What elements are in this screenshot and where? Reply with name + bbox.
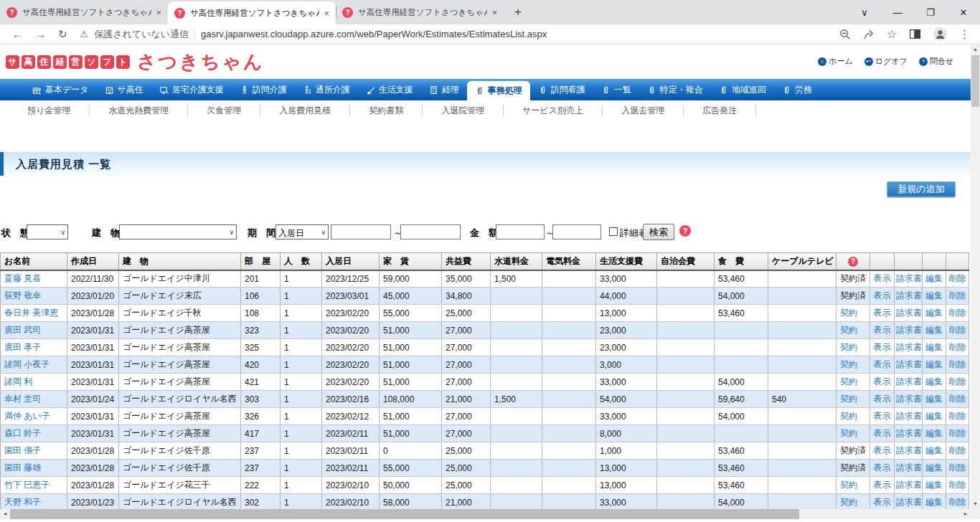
edit-link[interactable]: 編集: [925, 411, 943, 421]
resident-name-link[interactable]: 春日井 美津恵: [4, 308, 58, 318]
side-panel-icon[interactable]: [909, 29, 921, 39]
invoice-link[interactable]: 請求書: [896, 273, 922, 283]
invoice-link[interactable]: 請求書: [896, 497, 922, 507]
resident-name-link[interactable]: 幸村 圭司: [4, 394, 41, 404]
resident-name-link[interactable]: 天野 和子: [4, 497, 41, 507]
delete-link[interactable]: 削除: [949, 394, 966, 404]
address-bar[interactable]: ⚠ 保護されていない通信 gasrv.japanwest.cloudapp.az…: [80, 28, 547, 41]
subnav-item-契約書類[interactable]: 契約書類: [350, 105, 423, 116]
new-tab-button[interactable]: +: [508, 2, 528, 22]
nav-item-特定・複合[interactable]: 特定・複合: [639, 79, 711, 100]
subnav-item-預り金管理[interactable]: 預り金管理: [9, 105, 90, 116]
share-icon[interactable]: [863, 29, 875, 40]
show-link[interactable]: 表示: [874, 342, 891, 352]
period-to-input[interactable]: [400, 224, 461, 239]
invoice-link[interactable]: 請求書: [896, 462, 922, 473]
show-link[interactable]: 表示: [874, 480, 891, 490]
invoice-link[interactable]: 請求書: [896, 308, 922, 318]
edit-link[interactable]: 編集: [925, 273, 943, 283]
delete-link[interactable]: 削除: [949, 273, 966, 283]
vertical-scrollbar[interactable]: ▲ ▼: [971, 44, 980, 509]
invoice-link[interactable]: 請求書: [896, 376, 922, 386]
add-new-button[interactable]: 新規の追加: [887, 181, 956, 197]
invoice-link[interactable]: 請求書: [896, 480, 922, 490]
home-link[interactable]: ⌂ホーム: [818, 56, 853, 67]
resident-name-link[interactable]: 廣田 孝子: [4, 342, 41, 352]
edit-link[interactable]: 編集: [925, 462, 943, 473]
edit-link[interactable]: 編集: [925, 325, 943, 335]
vertical-scroll-thumb[interactable]: [971, 55, 979, 107]
edit-link[interactable]: 編集: [925, 290, 943, 300]
resident-name-link[interactable]: 諸岡 利: [4, 376, 32, 386]
status-select[interactable]: ∨: [27, 224, 68, 239]
contract-link[interactable]: 契約: [840, 480, 857, 490]
resident-name-link[interactable]: 満仲 あい子: [4, 411, 50, 421]
restore-icon[interactable]: ❐: [914, 0, 947, 24]
profile-avatar-icon[interactable]: [933, 27, 947, 41]
contract-link[interactable]: 契約: [840, 394, 857, 404]
edit-link[interactable]: 編集: [925, 342, 943, 352]
invoice-link[interactable]: 請求書: [896, 290, 922, 300]
show-link[interactable]: 表示: [874, 428, 891, 438]
delete-link[interactable]: 削除: [949, 497, 966, 507]
period-type-select[interactable]: 入居日∨: [275, 224, 329, 239]
show-link[interactable]: 表示: [874, 308, 891, 318]
nav-item-基本データ[interactable]: 基本データ: [24, 79, 97, 100]
subnav-item-広告発注[interactable]: 広告発注: [684, 105, 756, 116]
delete-link[interactable]: 削除: [949, 308, 966, 318]
show-link[interactable]: 表示: [874, 273, 891, 283]
edit-link[interactable]: 編集: [925, 376, 943, 386]
scroll-down-icon[interactable]: ▼: [971, 499, 980, 509]
search-help-icon[interactable]: ?: [679, 225, 691, 237]
not-secure-warning-icon[interactable]: ⚠: [80, 29, 89, 39]
inquiry-link[interactable]: ?問合せ: [919, 56, 953, 67]
subnav-item-欠食管理[interactable]: 欠食管理: [188, 105, 260, 116]
delete-link[interactable]: 削除: [949, 376, 966, 386]
edit-link[interactable]: 編集: [925, 394, 943, 404]
contract-link[interactable]: 契約: [840, 411, 857, 421]
resident-name-link[interactable]: 森口 鈴子: [4, 428, 41, 438]
show-link[interactable]: 表示: [874, 411, 891, 421]
detail-checkbox[interactable]: [609, 227, 618, 236]
show-link[interactable]: 表示: [874, 462, 891, 473]
show-link[interactable]: 表示: [874, 359, 891, 369]
show-link[interactable]: 表示: [874, 325, 891, 335]
delete-link[interactable]: 削除: [949, 411, 966, 421]
show-link[interactable]: 表示: [874, 497, 891, 507]
invoice-link[interactable]: 請求書: [896, 342, 922, 352]
logoff-link[interactable]: ↩ログオフ: [864, 56, 908, 67]
nav-item-訪問看護[interactable]: 訪問看護: [530, 79, 593, 100]
resident-name-link[interactable]: 園田 藤雄: [4, 462, 41, 473]
zoom-out-icon[interactable]: [839, 29, 851, 40]
search-button[interactable]: 検索: [643, 224, 674, 240]
tab-close-icon[interactable]: ×: [156, 7, 161, 18]
contract-link[interactable]: 契約: [840, 376, 857, 386]
nav-item-一覧[interactable]: 一覧: [593, 79, 639, 100]
show-link[interactable]: 表示: [874, 394, 891, 404]
table-help-icon[interactable]: ?: [848, 257, 858, 267]
contract-link[interactable]: 契約: [840, 428, 857, 438]
security-label[interactable]: 保護されていない通信: [94, 28, 189, 41]
invoice-link[interactable]: 請求書: [896, 428, 922, 438]
show-link[interactable]: 表示: [874, 445, 891, 455]
tab-close-icon[interactable]: ×: [491, 7, 497, 18]
url-text[interactable]: gasrv.japanwest.cloudapp.azure.com/web/P…: [201, 29, 547, 39]
invoice-link[interactable]: 請求書: [896, 359, 922, 369]
contract-link[interactable]: 契約: [840, 497, 857, 507]
resident-name-link[interactable]: 諸岡 小夜子: [4, 359, 50, 369]
resident-name-link[interactable]: 廣田 武司: [4, 325, 41, 335]
back-icon[interactable]: ←: [12, 29, 23, 39]
scroll-right-icon[interactable]: ►: [961, 509, 971, 519]
subnav-item-サービス別売上[interactable]: サービス別売上: [504, 105, 603, 116]
nav-item-訪問介護[interactable]: 訪問介護: [232, 79, 295, 100]
delete-link[interactable]: 削除: [949, 359, 966, 369]
show-link[interactable]: 表示: [874, 290, 891, 300]
delete-link[interactable]: 削除: [949, 325, 966, 335]
delete-link[interactable]: 削除: [949, 290, 966, 300]
browser-menu-icon[interactable]: ⋮: [959, 28, 970, 41]
period-from-input[interactable]: [331, 224, 391, 239]
delete-link[interactable]: 削除: [949, 480, 966, 490]
edit-link[interactable]: 編集: [925, 428, 943, 438]
building-select[interactable]: ∨: [119, 224, 237, 239]
invoice-link[interactable]: 請求書: [896, 411, 922, 421]
